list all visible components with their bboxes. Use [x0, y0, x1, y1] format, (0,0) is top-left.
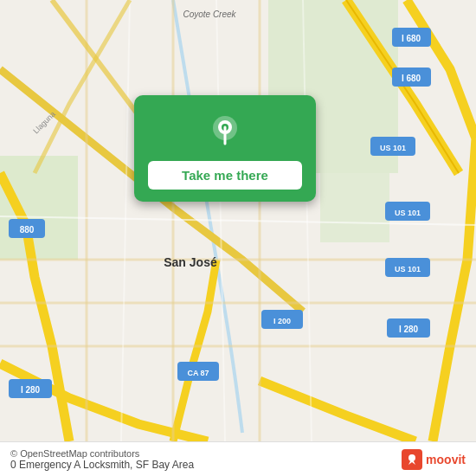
osm-credit: © OpenStreetMap contributors [10, 448, 402, 459]
svg-text:I 280: I 280 [21, 385, 41, 395]
svg-text:880: 880 [20, 225, 35, 235]
svg-rect-1 [0, 156, 78, 260]
moovit-icon [402, 449, 422, 470]
svg-text:I 680: I 680 [402, 74, 421, 83]
location-pin-icon [204, 111, 246, 152]
svg-text:CA 87: CA 87 [187, 369, 209, 377]
svg-text:I 200: I 200 [273, 317, 291, 325]
location-card: Take me there [134, 95, 316, 202]
svg-rect-3 [320, 173, 389, 242]
svg-text:US 101: US 101 [395, 209, 421, 217]
moovit-label: moovit [426, 453, 466, 466]
bottom-bar: © OpenStreetMap contributors 0 Emergency… [0, 441, 476, 476]
svg-text:US 101: US 101 [380, 144, 406, 152]
svg-text:I 680: I 680 [402, 34, 421, 43]
svg-text:San José: San José [164, 255, 217, 269]
moovit-logo: moovit [402, 449, 466, 470]
svg-text:I 280: I 280 [399, 325, 419, 334]
svg-text:US 101: US 101 [395, 265, 421, 273]
map-container: I 680 I 680 US 101 US 101 US 101 I 280 I… [0, 0, 476, 441]
map-svg: I 680 I 680 US 101 US 101 US 101 I 280 I… [0, 0, 476, 441]
business-name: 0 Emergency A Locksmith, SF Bay Area [10, 459, 402, 471]
svg-text:Coyote Creek: Coyote Creek [183, 10, 236, 19]
take-me-there-button[interactable]: Take me there [148, 161, 302, 190]
